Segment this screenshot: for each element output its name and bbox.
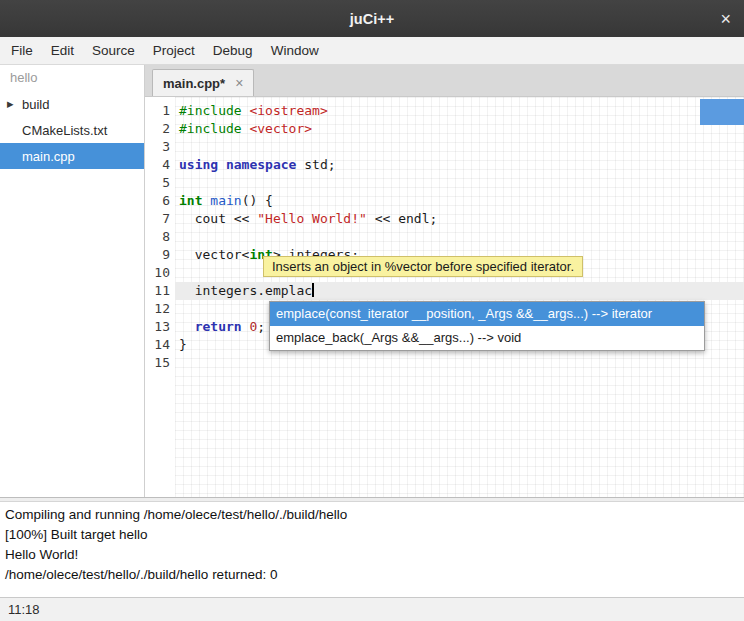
- file-tree-item-label: CMakeLists.txt: [22, 123, 107, 138]
- token-plain: () {: [242, 193, 273, 208]
- code-line-15[interactable]: [175, 354, 744, 372]
- line-number: 4: [145, 156, 175, 174]
- file-tree-item-main-cpp[interactable]: main.cpp: [0, 143, 144, 169]
- token-pp: #include: [179, 103, 242, 118]
- completion-item-0[interactable]: emplace(const_iterator __position, _Args…: [270, 302, 704, 326]
- code-line-1[interactable]: #include <iostream>: [175, 102, 744, 120]
- line-number: 13: [145, 318, 175, 336]
- line-number: 7: [145, 210, 175, 228]
- tab-bar: main.cpp* ×: [145, 65, 744, 97]
- close-icon[interactable]: ×: [720, 10, 731, 28]
- code-line-7[interactable]: cout << "Hello World!" << endl;: [175, 210, 744, 228]
- line-number: 3: [145, 138, 175, 156]
- line-number: 14: [145, 336, 175, 354]
- editor-column: main.cpp* × 123456789101112131415 #inclu…: [145, 65, 744, 497]
- file-tree-item-cmakelists-txt[interactable]: CMakeLists.txt: [0, 117, 144, 143]
- token-kw: namespace: [226, 157, 296, 172]
- menu-item-window[interactable]: Window: [262, 37, 328, 64]
- line-number: 5: [145, 174, 175, 192]
- code-lines[interactable]: #include <iostream>#include <vector>usin…: [175, 97, 744, 497]
- token-plain: std;: [296, 157, 335, 172]
- token-plain: [218, 157, 226, 172]
- token-kw: using: [179, 157, 218, 172]
- tab-close-icon[interactable]: ×: [235, 75, 243, 91]
- editor: 123456789101112131415 #include <iostream…: [145, 97, 744, 497]
- terminal-line: Hello World!: [5, 545, 739, 565]
- menu-item-debug[interactable]: Debug: [204, 37, 262, 64]
- line-number: 1: [145, 102, 175, 120]
- token-plain: integers.emplac: [179, 283, 312, 298]
- app-window: juCi++ × FileEditSourceProjectDebugWindo…: [0, 0, 744, 621]
- line-number: 9: [145, 246, 175, 264]
- code-line-3[interactable]: [175, 138, 744, 156]
- tab-main-cpp[interactable]: main.cpp* ×: [152, 69, 254, 96]
- line-number: 15: [145, 354, 175, 372]
- file-tree-item-label: build: [22, 97, 49, 112]
- menu-bar: FileEditSourceProjectDebugWindow: [0, 37, 744, 65]
- code-line-5[interactable]: [175, 174, 744, 192]
- token-plain: ;: [257, 319, 265, 334]
- token-plain: }: [179, 337, 187, 352]
- code-line-8[interactable]: [175, 228, 744, 246]
- token-plain: [179, 319, 195, 334]
- menu-item-file[interactable]: File: [2, 37, 42, 64]
- file-tree: ▶buildCMakeLists.txtmain.cpp: [0, 91, 144, 169]
- menu-item-edit[interactable]: Edit: [42, 37, 83, 64]
- status-bar: 11:18: [0, 597, 744, 621]
- line-number-gutter: 123456789101112131415: [145, 97, 175, 497]
- menu-item-source[interactable]: Source: [83, 37, 144, 64]
- code-line-2[interactable]: #include <vector>: [175, 120, 744, 138]
- completion-popup: emplace(const_iterator __position, _Args…: [269, 301, 705, 351]
- line-number: 6: [145, 192, 175, 210]
- file-tree-item-label: main.cpp: [22, 149, 75, 164]
- window-title: juCi++: [350, 11, 394, 27]
- line-number: 11: [145, 282, 175, 300]
- line-number: 10: [145, 264, 175, 282]
- scrollbar-thumb[interactable]: [700, 99, 744, 125]
- terminal-output[interactable]: Compiling and running /home/olece/test/h…: [0, 502, 744, 597]
- file-sidebar: hello ▶buildCMakeLists.txtmain.cpp: [0, 65, 145, 497]
- doc-tooltip: Inserts an object in %vector before spec…: [263, 256, 583, 277]
- file-tree-item-build[interactable]: ▶build: [0, 91, 144, 117]
- completion-item-1[interactable]: emplace_back(_Args &&__args...) --> void: [270, 326, 704, 350]
- token-str: <iostream>: [249, 103, 327, 118]
- line-number: 2: [145, 120, 175, 138]
- menu-item-project[interactable]: Project: [144, 37, 204, 64]
- tab-label: main.cpp*: [163, 76, 225, 91]
- code-line-11[interactable]: integers.emplac: [175, 282, 744, 300]
- text-cursor: [312, 283, 314, 297]
- title-bar: juCi++ ×: [0, 0, 744, 37]
- code-line-6[interactable]: int main() {: [175, 192, 744, 210]
- token-str: <vector>: [249, 121, 312, 136]
- doc-tooltip-text: Inserts an object in %vector before spec…: [272, 259, 574, 274]
- token-plain: << endl;: [367, 211, 437, 226]
- terminal-line: /home/olece/test/hello/./build/hello ret…: [5, 565, 739, 585]
- token-pp: #include: [179, 121, 242, 136]
- token-fn: main: [210, 193, 241, 208]
- token-kw: return: [195, 319, 242, 334]
- line-number: 12: [145, 300, 175, 318]
- line-number: 8: [145, 228, 175, 246]
- token-type: int: [179, 193, 202, 208]
- terminal-line: [100%] Built target hello: [5, 525, 739, 545]
- token-plain: cout <<: [179, 211, 257, 226]
- expander-icon[interactable]: ▶: [0, 99, 22, 109]
- project-name: hello: [0, 65, 144, 91]
- token-str: "Hello World!": [257, 211, 367, 226]
- terminal-line: Compiling and running /home/olece/test/h…: [5, 505, 739, 525]
- cursor-position: 11:18: [8, 602, 40, 617]
- code-line-4[interactable]: using namespace std;: [175, 156, 744, 174]
- token-plain: vector<: [179, 247, 249, 262]
- main-area: hello ▶buildCMakeLists.txtmain.cpp main.…: [0, 65, 744, 497]
